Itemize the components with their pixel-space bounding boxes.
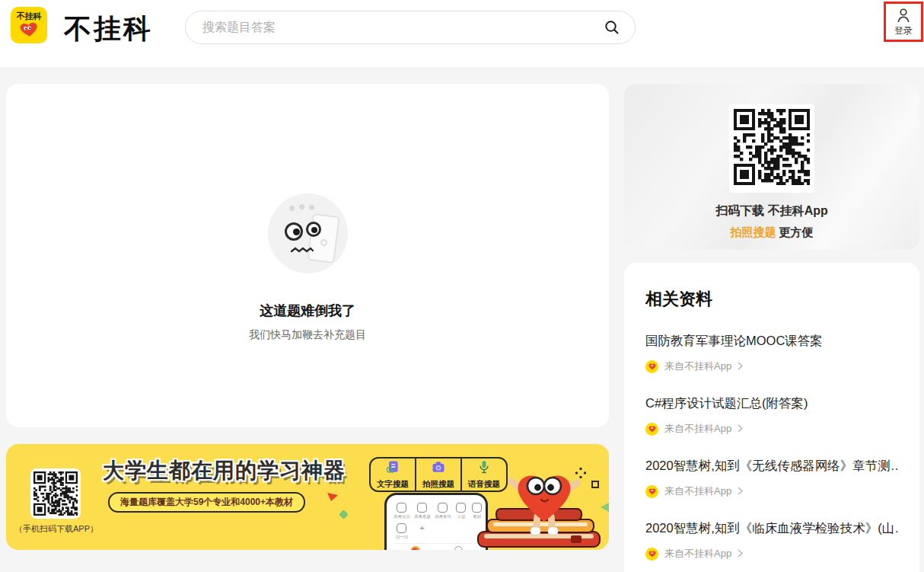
mascot-mouth: [291, 247, 314, 253]
related-item[interactable]: 2020智慧树,知到《无线传感器网络》章节测… 来自不挂科App: [645, 458, 898, 498]
qr-code-icon: [734, 109, 810, 185]
empty-mascot-illustration: [268, 193, 348, 273]
download-line1: 扫码下载 不挂科App: [715, 203, 828, 219]
brand-name: 不挂科: [64, 11, 153, 48]
chevron-right-icon: [738, 484, 743, 498]
empty-state-subtitle: 我们快马加鞭去补充题目: [249, 328, 366, 342]
banner-qr-caption: （手机扫码下载APP）: [12, 523, 100, 535]
empty-result-card: 这道题难倒我了 我们快马加鞭去补充题目: [6, 84, 609, 427]
related-item-title[interactable]: C#程序设计试题汇总(附答案): [645, 395, 898, 412]
download-qr-card: 扫码下载 不挂科App 拍照搜题 更方便: [624, 84, 919, 250]
feature-text-search: 文字搜题: [371, 459, 415, 491]
related-materials-card: 相关资料 国防教育军事理论MOOC课答案 来自不挂科App C#程序设计试题汇总…: [624, 263, 919, 572]
text-search-icon: [385, 459, 400, 478]
chevron-right-icon: [738, 547, 743, 561]
chevron-right-icon: [738, 359, 743, 373]
green-diamond-decor: [339, 510, 349, 519]
app-logo[interactable]: 不挂科: [11, 7, 47, 43]
download-line2: 拍照搜题 更方便: [730, 225, 813, 240]
square-outline-decor: [591, 481, 599, 488]
related-title: 相关资料: [645, 288, 898, 311]
app-logo-text: 不挂科: [17, 12, 42, 21]
app-logo-icon: [645, 360, 658, 373]
banner-subtitle-pill: 海量题库覆盖大学59个专业和4000+本教材: [108, 492, 305, 513]
related-item-title[interactable]: 国防教育军事理论MOOC课答案: [645, 333, 898, 350]
login-label: 登录: [894, 24, 913, 37]
related-item[interactable]: 2020智慧树,知到《临床血液学检验技术》(山… 来自不挂科App: [645, 520, 898, 561]
red-triangle-decor: [327, 491, 339, 505]
feature-label: 文字搜题: [377, 479, 409, 490]
user-icon: [895, 7, 912, 24]
feature-label: 拍照搜题: [422, 479, 454, 490]
plus-sparkle-decor: [575, 467, 587, 482]
feature-photo-search: 拍照搜题: [415, 459, 460, 491]
header: 不挂科 不挂科 登录: [0, 0, 924, 67]
app-logo-icon: [645, 485, 658, 498]
phone-tab-icon: [411, 546, 420, 550]
qr-code-icon: [33, 471, 78, 516]
sidebar-qr-code: [729, 104, 814, 193]
related-item-title[interactable]: 2020智慧树,知到《无线传感器网络》章节测…: [645, 458, 898, 475]
chevron-right-icon: [738, 422, 743, 436]
banner-title: 大学生都在用的学习神器: [103, 456, 346, 485]
photo-search-icon: [431, 459, 446, 478]
green-triangle-decor: [600, 502, 609, 516]
related-item-title[interactable]: 2020智慧树,知到《临床血液学检验技术》(山…: [645, 520, 898, 537]
related-item[interactable]: 国防教育军事理论MOOC课答案 来自不挂科App: [645, 333, 898, 373]
search-input[interactable]: [202, 21, 603, 34]
heart-mascot-icon: [17, 20, 41, 39]
related-item-source: 来自不挂科App: [664, 547, 731, 561]
page-body: 这道题难倒我了 我们快马加鞭去补充题目 （手机扫码下载APP） 大学生都在用的学…: [0, 67, 924, 572]
related-item[interactable]: C#程序设计试题汇总(附答案) 来自不挂科App: [645, 395, 898, 436]
empty-state-title: 这道题难倒我了: [260, 302, 355, 320]
search-icon[interactable]: [603, 18, 621, 37]
banner-qr-code: [30, 468, 81, 519]
app-promo-banner[interactable]: （手机扫码下载APP） 大学生都在用的学习神器 海量题库覆盖大学59个专业和40…: [6, 444, 609, 550]
app-logo-icon: [645, 423, 658, 436]
related-item-source: 来自不挂科App: [664, 422, 731, 436]
login-button[interactable]: 登录: [884, 2, 923, 42]
related-item-source: 来自不挂科App: [664, 484, 731, 498]
search-bar[interactable]: [185, 11, 636, 44]
related-item-source: 来自不挂科App: [664, 359, 731, 373]
app-logo-icon: [645, 548, 658, 561]
